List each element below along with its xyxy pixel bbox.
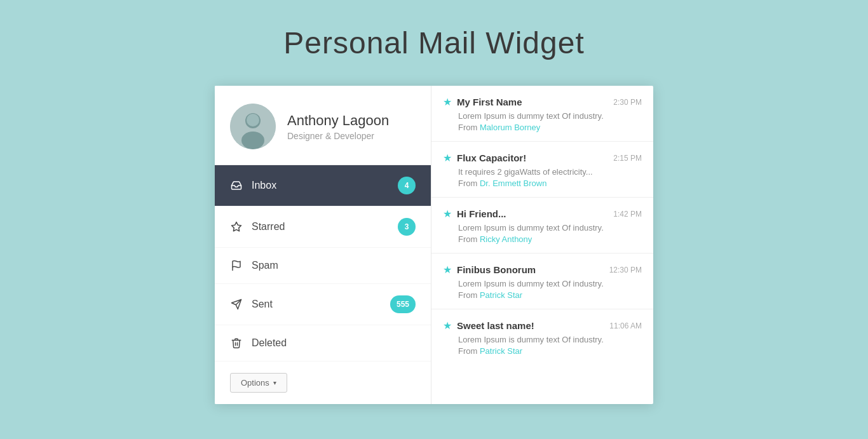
options-button[interactable]: Options ▾ bbox=[230, 373, 287, 393]
nav-item-sent[interactable]: Sent 555 bbox=[215, 284, 431, 325]
profile-role: Designer & Developer bbox=[287, 131, 389, 141]
mail-item[interactable]: ★ Hi Friend... 1:42 PM Lorem Ipsum is du… bbox=[431, 198, 653, 253]
mail-time: 2:15 PM bbox=[613, 154, 642, 163]
mail-from: From Patrick Star bbox=[458, 346, 642, 356]
profile-name: Anthony Lagoon bbox=[287, 112, 389, 129]
spam-label: Spam bbox=[252, 260, 416, 271]
mail-preview: Lorem Ipsum is dummy text Of industry. bbox=[458, 279, 642, 288]
mail-from-link[interactable]: Dr. Emmett Brown bbox=[480, 179, 546, 188]
mail-time: 1:42 PM bbox=[613, 210, 642, 219]
mail-subject: Hi Friend... bbox=[457, 208, 608, 219]
mail-from: From Malorum Borney bbox=[458, 123, 642, 132]
mail-header: ★ Sweet last name! 11:06 AM bbox=[443, 320, 642, 332]
star-filled-icon: ★ bbox=[443, 152, 452, 164]
flag-icon bbox=[230, 259, 243, 272]
mail-preview: It requires 2 gigaWatts of electricity..… bbox=[458, 167, 642, 177]
mail-from-link[interactable]: Ricky Anthony bbox=[480, 234, 532, 244]
svg-point-3 bbox=[247, 114, 259, 126]
mail-subject: Flux Capacitor! bbox=[457, 152, 608, 163]
options-label: Options bbox=[241, 378, 269, 388]
nav-list: Inbox 4 Starred 3 S bbox=[215, 165, 431, 361]
left-panel: Anthony Lagoon Designer & Developer Inbo… bbox=[215, 86, 431, 404]
mail-header: ★ Flux Capacitor! 2:15 PM bbox=[443, 152, 642, 164]
mail-from: From Ricky Anthony bbox=[458, 234, 642, 244]
sent-badge: 555 bbox=[390, 295, 416, 313]
star-filled-icon: ★ bbox=[443, 264, 452, 276]
star-filled-icon: ★ bbox=[443, 96, 452, 108]
inbox-badge: 4 bbox=[398, 177, 416, 194]
profile-section: Anthony Lagoon Designer & Developer bbox=[215, 86, 431, 165]
mail-time: 2:30 PM bbox=[613, 98, 642, 107]
mail-item[interactable]: ★ Sweet last name! 11:06 AM Lorem Ipsum … bbox=[431, 309, 653, 365]
avatar bbox=[230, 104, 276, 149]
nav-item-spam[interactable]: Spam bbox=[215, 248, 431, 284]
inbox-icon bbox=[230, 179, 243, 192]
nav-item-starred[interactable]: Starred 3 bbox=[215, 206, 431, 248]
inbox-label: Inbox bbox=[252, 180, 398, 191]
mail-time: 11:06 AM bbox=[609, 321, 642, 330]
mail-from-link[interactable]: Patrick Star bbox=[480, 346, 522, 356]
trash-icon bbox=[230, 337, 243, 349]
svg-point-2 bbox=[241, 132, 264, 149]
mail-item[interactable]: ★ Finibus Bonorum 12:30 PM Lorem Ipsum i… bbox=[431, 253, 653, 309]
mail-item[interactable]: ★ Flux Capacitor! 2:15 PM It requires 2 … bbox=[431, 142, 653, 198]
deleted-label: Deleted bbox=[252, 337, 416, 349]
nav-item-deleted[interactable]: Deleted bbox=[215, 325, 431, 361]
mail-from: From Patrick Star bbox=[458, 290, 642, 300]
star-filled-icon: ★ bbox=[443, 320, 452, 332]
nav-item-inbox[interactable]: Inbox 4 bbox=[215, 165, 431, 206]
right-panel: ★ My First Name 2:30 PM Lorem Ipsum is d… bbox=[431, 86, 653, 404]
page-title: Personal Mail Widget bbox=[283, 25, 585, 60]
mail-item[interactable]: ★ My First Name 2:30 PM Lorem Ipsum is d… bbox=[431, 86, 653, 142]
mail-preview: Lorem Ipsum is dummy text Of industry. bbox=[458, 335, 642, 344]
mail-header: ★ My First Name 2:30 PM bbox=[443, 96, 642, 108]
mail-header: ★ Hi Friend... 1:42 PM bbox=[443, 208, 642, 220]
starred-label: Starred bbox=[252, 221, 398, 233]
sent-label: Sent bbox=[252, 299, 390, 310]
mail-time: 12:30 PM bbox=[609, 266, 642, 274]
star-icon bbox=[230, 220, 243, 233]
chevron-down-icon: ▾ bbox=[273, 379, 276, 386]
mail-preview: Lorem Ipsum is dummy text Of industry. bbox=[458, 223, 642, 233]
starred-badge: 3 bbox=[398, 218, 416, 236]
mail-widget: Anthony Lagoon Designer & Developer Inbo… bbox=[215, 86, 653, 404]
mail-from: From Dr. Emmett Brown bbox=[458, 179, 642, 188]
mail-preview: Lorem Ipsum is dummy text Of industry. bbox=[458, 111, 642, 121]
mail-from-link[interactable]: Patrick Star bbox=[480, 290, 522, 300]
profile-info: Anthony Lagoon Designer & Developer bbox=[287, 112, 389, 141]
send-icon bbox=[230, 298, 243, 311]
mail-subject: My First Name bbox=[457, 97, 608, 107]
mail-subject: Finibus Bonorum bbox=[457, 264, 604, 275]
star-filled-icon: ★ bbox=[443, 208, 452, 220]
svg-marker-4 bbox=[232, 222, 241, 231]
mail-from-link[interactable]: Malorum Borney bbox=[480, 123, 540, 132]
mail-subject: Sweet last name! bbox=[457, 320, 604, 331]
mail-header: ★ Finibus Bonorum 12:30 PM bbox=[443, 264, 642, 276]
